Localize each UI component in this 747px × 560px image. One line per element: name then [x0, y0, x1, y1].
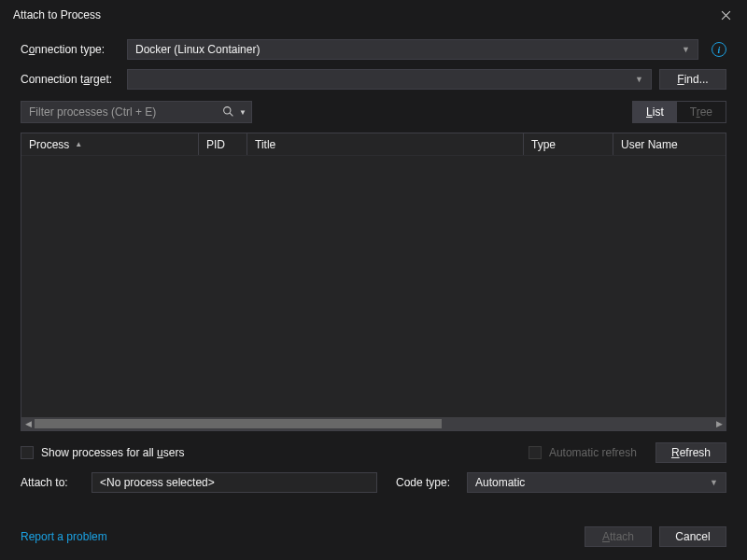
- refresh-button[interactable]: Refresh: [655, 442, 726, 463]
- connection-target-row: Connection target: ▼ Find...: [21, 69, 726, 90]
- filter-input[interactable]: Filter processes (Ctrl + E) ▼: [21, 101, 252, 123]
- connection-type-select[interactable]: Docker (Linux Container) ▼: [127, 39, 698, 60]
- connection-type-row: Connection type: Docker (Linux Container…: [21, 39, 726, 60]
- close-button[interactable]: [704, 0, 747, 30]
- checkbox-box: [21, 446, 34, 459]
- scroll-left-icon[interactable]: ◀: [21, 419, 35, 428]
- grid-header: Process▲ PID Title Type User Name: [21, 133, 726, 156]
- sort-asc-icon: ▲: [75, 140, 82, 148]
- cancel-button[interactable]: Cancel: [659, 526, 726, 547]
- info-icon[interactable]: i: [712, 42, 726, 57]
- find-button[interactable]: Find...: [659, 69, 726, 90]
- attach-to-process-dialog: Attach to Process Connection type: Docke…: [0, 0, 747, 560]
- attach-to-label: Attach to:: [21, 476, 82, 489]
- attach-row: Attach to: <No process selected> Code ty…: [21, 472, 726, 493]
- search-icon[interactable]: [222, 105, 234, 120]
- chevron-down-icon: ▼: [682, 45, 690, 54]
- scrollbar-track[interactable]: [35, 417, 712, 430]
- connection-type-value: Docker (Linux Container): [135, 43, 260, 56]
- view-mode-segmented: List Tree: [632, 101, 726, 123]
- view-tree-button[interactable]: Tree: [677, 102, 726, 122]
- column-process[interactable]: Process▲: [21, 133, 199, 155]
- view-list-button[interactable]: List: [633, 102, 677, 122]
- attach-to-value: <No process selected>: [92, 472, 377, 493]
- chevron-down-icon[interactable]: ▼: [239, 108, 247, 117]
- svg-line-1: [230, 113, 233, 116]
- horizontal-scrollbar[interactable]: ◀ ▶: [21, 417, 726, 430]
- filter-row: Filter processes (Ctrl + E) ▼ List Tree: [21, 101, 726, 123]
- scroll-right-icon[interactable]: ▶: [712, 419, 726, 428]
- column-user[interactable]: User Name: [613, 133, 726, 155]
- chevron-down-icon: ▼: [710, 478, 718, 487]
- close-icon: [721, 10, 731, 21]
- process-grid: Process▲ PID Title Type User Name ◀ ▶: [21, 133, 726, 431]
- show-all-users-label: Show processes for all users: [41, 446, 184, 459]
- connection-target-label: Connection target:: [21, 73, 120, 86]
- column-title[interactable]: Title: [247, 133, 524, 155]
- filter-placeholder: Filter processes (Ctrl + E): [29, 105, 156, 119]
- connection-target-select[interactable]: ▼: [127, 69, 652, 90]
- show-all-users-checkbox[interactable]: Show processes for all users: [21, 446, 184, 459]
- code-type-value: Automatic: [475, 476, 525, 489]
- automatic-refresh-label: Automatic refresh: [549, 446, 637, 459]
- grid-body[interactable]: [21, 156, 726, 417]
- footer: Report a problem Attach Cancel: [0, 519, 747, 560]
- automatic-refresh-checkbox: Automatic refresh: [529, 446, 637, 459]
- code-type-label: Code type:: [396, 476, 458, 489]
- scrollbar-thumb[interactable]: [35, 419, 442, 428]
- chevron-down-icon: ▼: [635, 75, 643, 84]
- column-pid[interactable]: PID: [199, 133, 247, 155]
- checkbox-box: [529, 446, 542, 459]
- titlebar: Attach to Process: [0, 0, 747, 30]
- report-problem-link[interactable]: Report a problem: [21, 530, 107, 543]
- svg-point-0: [224, 107, 231, 114]
- code-type-select[interactable]: Automatic ▼: [467, 472, 726, 493]
- attach-button: Attach: [585, 526, 652, 547]
- connection-type-label: Connection type:: [21, 43, 120, 56]
- dialog-title: Attach to Process: [13, 8, 704, 21]
- column-type[interactable]: Type: [524, 133, 613, 155]
